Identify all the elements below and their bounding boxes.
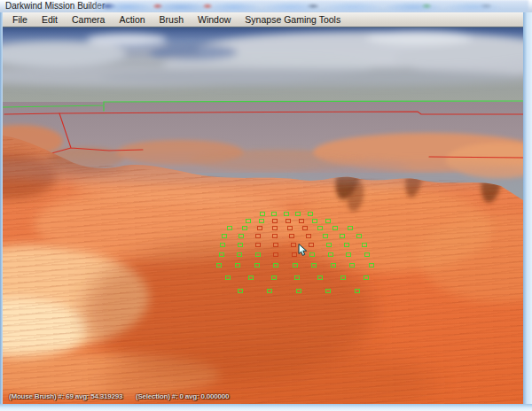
terrain-scene [3, 27, 523, 404]
menu-bar: FileEditCameraActionBrushWindowSynapse G… [2, 12, 525, 27]
menu-item-file[interactable]: File [5, 13, 35, 26]
menu-item-brush[interactable]: Brush [153, 13, 191, 26]
title-bar[interactable]: Darkwind Mission Builder [0, 0, 532, 13]
menu-item-edit[interactable]: Edit [35, 13, 65, 26]
viewport-3d[interactable]: (Mouse Brush) #: 69 avg: 54.319293 (Sele… [3, 27, 523, 404]
menu-item-window[interactable]: Window [191, 13, 238, 26]
menu-item-synapse-gaming-tools[interactable]: Synapse Gaming Tools [238, 13, 348, 26]
window-title: Darkwind Mission Builder [5, 1, 105, 12]
window-border-bottom [0, 404, 532, 411]
window-border-left [0, 12, 3, 411]
app-window: Darkwind Mission Builder FileEditCameraA… [0, 0, 532, 411]
status-selection: (Selection) #: 0 avg: 0.000000 [136, 392, 229, 400]
background-tabs-glass [94, 0, 528, 12]
window-border-right [523, 12, 532, 411]
status-mouse-brush: (Mouse Brush) #: 69 avg: 54.319293 [9, 392, 122, 400]
menu-item-camera[interactable]: Camera [65, 13, 112, 26]
menu-item-action[interactable]: Action [112, 13, 152, 26]
